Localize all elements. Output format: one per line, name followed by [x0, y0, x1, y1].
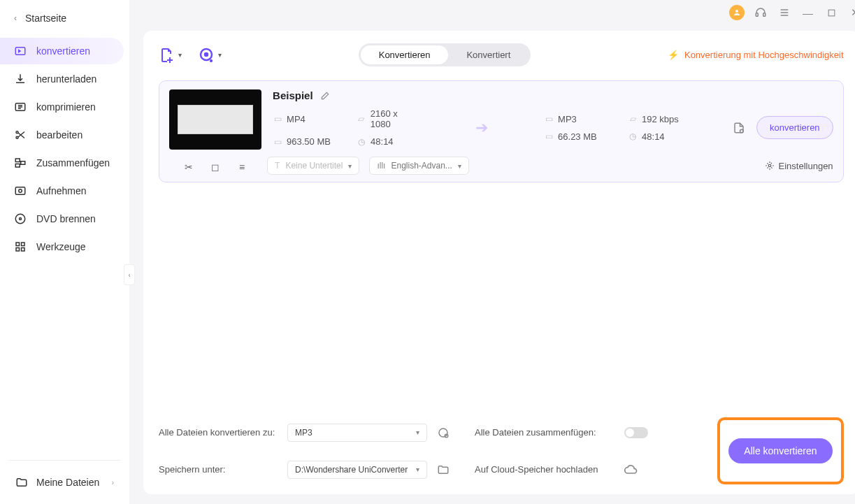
- dst-format: MP3: [558, 114, 577, 124]
- effects-icon[interactable]: ≡: [236, 161, 247, 173]
- maximize-icon[interactable]: [824, 5, 840, 20]
- open-folder-icon[interactable]: [437, 463, 465, 476]
- close-icon[interactable]: ✕: [848, 5, 855, 20]
- bottom-bar: Alle Dateien konvertieren zu: MP3 ▾ Alle…: [159, 409, 844, 484]
- svg-rect-11: [16, 243, 20, 246]
- tab-switcher: Konvertieren Konvertiert: [359, 43, 531, 66]
- src-resolution: 2160 x 1080: [371, 108, 419, 129]
- main: ― ✕ ▾ ▾ Konvertieren Konvertiert ⚡: [129, 0, 855, 504]
- subtitle-dropdown[interactable]: T Keine Untertitel ▾: [267, 157, 359, 175]
- sidebar-item-label: komprimieren: [36, 101, 96, 113]
- dst-size: 66.23 MB: [558, 131, 597, 142]
- headset-icon[interactable]: [753, 5, 768, 20]
- svg-rect-7: [15, 187, 25, 195]
- sidebar-item-download[interactable]: herunterladen: [0, 66, 124, 92]
- content-card: ▾ ▾ Konvertieren Konvertiert ⚡ Konvertie…: [143, 31, 855, 494]
- sidebar: ‹ Startseite konvertieren herunterladen …: [0, 0, 129, 504]
- tab-converted[interactable]: Konvertiert: [448, 45, 529, 64]
- svg-rect-14: [22, 248, 25, 252]
- text-icon: T: [275, 161, 280, 171]
- svg-point-3: [16, 136, 18, 138]
- sidebar-item-label: herunterladen: [36, 73, 96, 85]
- download-icon: [14, 73, 27, 85]
- audio-track-dropdown[interactable]: ıllı English-Advan... ▾: [369, 157, 468, 175]
- toolbar: ▾ ▾ Konvertieren Konvertiert ⚡ Konvertie…: [159, 43, 844, 66]
- trim-icon[interactable]: ✂: [183, 161, 194, 173]
- sidebar-item-convert[interactable]: konvertieren: [0, 38, 124, 64]
- svg-rect-17: [763, 13, 765, 17]
- save-to-label: Speichern unter:: [159, 464, 278, 475]
- file-title: Beispiel: [273, 89, 313, 101]
- src-duration: 48:14: [371, 136, 394, 147]
- sidebar-item-tools[interactable]: Werkzeuge: [0, 233, 124, 260]
- sidebar-item-label: DVD brennen: [36, 213, 96, 224]
- record-icon: [14, 185, 27, 197]
- merge-icon: [14, 157, 27, 169]
- add-file-icon: [159, 47, 175, 64]
- sidebar-item-edit[interactable]: bearbeiten: [0, 122, 124, 148]
- svg-point-9: [15, 214, 25, 224]
- tab-convert[interactable]: Konvertieren: [361, 45, 449, 64]
- cloud-icon[interactable]: [624, 463, 694, 477]
- sidebar-collapse-icon[interactable]: ‹: [124, 264, 135, 285]
- high-speed-badge[interactable]: ⚡ Konvertierung mit Hochgeschwindigkeit: [668, 50, 844, 60]
- svg-point-20: [205, 53, 208, 56]
- user-avatar-icon[interactable]: [729, 5, 745, 20]
- video-thumbnail[interactable]: [169, 89, 261, 150]
- sidebar-item-dvd[interactable]: DVD brennen: [0, 206, 124, 232]
- save-path-value: D:\Wondershare UniConverter: [295, 465, 408, 475]
- svg-rect-16: [756, 13, 758, 17]
- resolution-icon: ▱: [357, 114, 366, 124]
- chevron-down-icon: ▾: [416, 466, 419, 473]
- svg-point-15: [735, 10, 738, 13]
- speed-label: Konvertierung mit Hochgeschwindigkeit: [684, 50, 844, 60]
- svg-rect-18: [828, 10, 835, 16]
- output-settings-icon[interactable]: [733, 122, 745, 134]
- add-file-button[interactable]: ▾: [159, 47, 182, 64]
- chevron-down-icon: ▾: [458, 162, 461, 170]
- svg-rect-13: [16, 248, 20, 252]
- add-disc-button[interactable]: ▾: [199, 47, 222, 64]
- bolt-icon: ⚡: [668, 50, 679, 60]
- sidebar-item-label: Zusammenfügen: [36, 157, 110, 168]
- chevron-down-icon: ▾: [218, 51, 222, 59]
- convert-icon: [14, 45, 27, 57]
- crop-icon[interactable]: ◻: [210, 161, 221, 173]
- minimize-icon[interactable]: ―: [800, 5, 816, 20]
- convert-all-to-label: Alle Dateien konvertieren zu:: [159, 427, 278, 438]
- audio-icon: ▭: [544, 114, 554, 124]
- file-settings-button[interactable]: Einstellungen: [765, 161, 833, 171]
- convert-all-button[interactable]: Alle konvertieren: [728, 438, 832, 463]
- sidebar-item-label: Aufnehmen: [36, 185, 87, 196]
- sidebar-header: ‹ Startseite: [0, 0, 129, 31]
- sidebar-item-merge[interactable]: Zusammenfügen: [0, 150, 124, 176]
- clock-icon: ◷: [357, 137, 366, 147]
- dst-duration: 48:14: [642, 131, 665, 142]
- compress-icon: [14, 101, 27, 113]
- svg-point-10: [20, 218, 22, 220]
- svg-rect-12: [22, 243, 25, 246]
- subtitle-value: Keine Untertitel: [285, 161, 343, 171]
- clock-icon: ◷: [628, 131, 638, 141]
- convert-button[interactable]: konvertieren: [756, 116, 833, 139]
- gear-icon: [765, 161, 775, 171]
- my-files-button[interactable]: Meine Dateien ›: [8, 470, 121, 494]
- format-settings-icon[interactable]: [437, 426, 465, 439]
- home-label[interactable]: Startseite: [25, 13, 66, 24]
- target-format-select[interactable]: MP3 ▾: [287, 424, 427, 442]
- dst-bitrate: 192 kbps: [642, 114, 679, 124]
- save-path-select[interactable]: D:\Wondershare UniConverter ▾: [287, 461, 427, 479]
- chevron-right-icon: ›: [111, 478, 114, 487]
- waveform-icon: ıllı: [377, 161, 385, 171]
- cloud-upload-label: Auf Cloud-Speicher hochladen: [475, 464, 615, 475]
- edit-title-icon[interactable]: [320, 91, 330, 101]
- back-icon[interactable]: ‹: [14, 13, 17, 23]
- menu-icon[interactable]: [777, 5, 792, 20]
- convert-all-highlight: Alle konvertieren: [717, 417, 843, 484]
- video-icon: ▭: [273, 114, 282, 124]
- merge-toggle[interactable]: [624, 427, 648, 438]
- svg-point-8: [19, 189, 22, 193]
- src-format: MP4: [287, 114, 306, 124]
- sidebar-item-record[interactable]: Aufnehmen: [0, 178, 124, 204]
- sidebar-item-compress[interactable]: komprimieren: [0, 94, 124, 120]
